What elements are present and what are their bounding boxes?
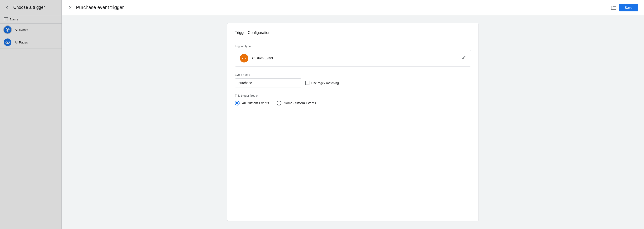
left-panel-header: × Choose a trigger xyxy=(0,0,62,15)
trigger-type-label: Trigger Type xyxy=(235,45,471,48)
custom-event-icon: <> xyxy=(240,54,248,62)
radio-group: All Custom Events Some Custom Events xyxy=(235,101,471,106)
svg-point-3 xyxy=(7,42,8,43)
regex-checkbox-row: Use regex matching xyxy=(305,81,339,85)
trigger-item-all-pages[interactable]: All Pages xyxy=(0,36,62,49)
column-name-label: Name ↑ xyxy=(10,18,21,21)
trigger-type-selector[interactable]: <> Custom Event xyxy=(235,50,471,66)
radio-all-custom-events-label: All Custom Events xyxy=(242,101,269,105)
all-events-icon xyxy=(4,26,12,34)
edit-icon[interactable] xyxy=(462,56,466,61)
radio-option-some-custom-events[interactable]: Some Custom Events xyxy=(277,101,316,106)
all-events-label: All events xyxy=(15,28,28,32)
event-name-row: Use regex matching xyxy=(235,78,471,88)
save-button[interactable]: Save xyxy=(619,4,638,12)
svg-point-0 xyxy=(7,29,8,31)
right-panel: × Purchase event trigger Save Trigger Co… xyxy=(62,0,644,229)
left-panel-close-icon[interactable]: × xyxy=(4,5,10,10)
right-panel-header: × Purchase event trigger Save xyxy=(62,0,644,15)
right-panel-close-icon[interactable]: × xyxy=(68,5,73,10)
select-all-checkbox[interactable] xyxy=(4,17,8,22)
left-panel: × Choose a trigger Name ↑ All events All… xyxy=(0,0,62,229)
all-pages-label: All Pages xyxy=(15,40,28,44)
event-name-label: Event name xyxy=(235,73,471,76)
right-panel-title: Purchase event trigger xyxy=(76,5,608,10)
trigger-item-all-events[interactable]: All events xyxy=(0,24,62,36)
main-content: Trigger Configuration Trigger Type <> Cu… xyxy=(62,15,644,229)
all-pages-icon xyxy=(4,38,12,46)
folder-icon[interactable] xyxy=(611,6,616,10)
fires-on-section: This trigger fires on All Custom Events … xyxy=(235,94,471,106)
sort-icon[interactable]: ↑ xyxy=(19,18,21,21)
config-card: Trigger Configuration Trigger Type <> Cu… xyxy=(227,23,479,222)
trigger-type-section: Trigger Type <> Custom Event xyxy=(235,45,471,66)
svg-text:<>: <> xyxy=(242,56,246,60)
regex-label[interactable]: Use regex matching xyxy=(311,81,339,85)
radio-option-all-custom-events[interactable]: All Custom Events xyxy=(235,101,269,106)
radio-all-custom-events-indicator xyxy=(235,101,240,106)
config-card-title: Trigger Configuration xyxy=(235,31,471,39)
trigger-type-name: Custom Event xyxy=(252,56,273,60)
trigger-type-left: <> Custom Event xyxy=(240,54,273,62)
radio-some-custom-events-label: Some Custom Events xyxy=(284,101,316,105)
event-name-input[interactable] xyxy=(235,78,301,88)
left-panel-title: Choose a trigger xyxy=(13,5,45,10)
fires-on-label: This trigger fires on xyxy=(235,94,471,98)
use-regex-checkbox[interactable] xyxy=(305,81,310,85)
event-name-section: Event name Use regex matching xyxy=(235,73,471,88)
left-panel-toolbar: Name ↑ xyxy=(0,15,62,24)
radio-some-custom-events-indicator xyxy=(277,101,282,106)
